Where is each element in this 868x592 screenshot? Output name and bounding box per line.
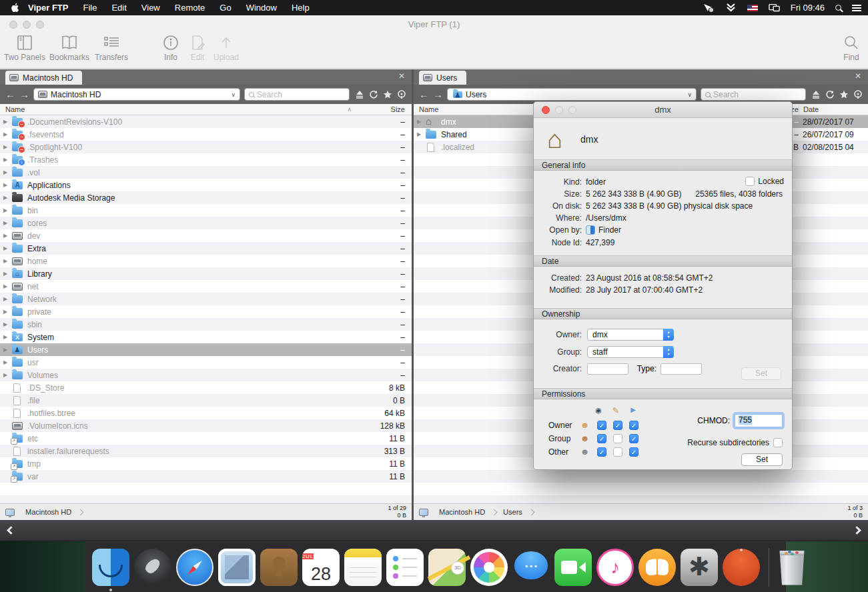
dock-mail-icon[interactable]	[218, 549, 256, 586]
disclosure-triangle-icon[interactable]: ▶	[3, 296, 12, 302]
disclosure-triangle-icon[interactable]: ▶	[3, 207, 12, 213]
disclosure-triangle-icon[interactable]: ▶	[417, 119, 426, 125]
file-row-Library[interactable]: ▶Library–	[0, 267, 412, 280]
apple-menu-icon[interactable]	[11, 3, 20, 13]
dock-messages-icon[interactable]	[512, 549, 550, 586]
menu-go[interactable]: Go	[220, 3, 231, 13]
breadcrumb-item[interactable]: Macintosh HD	[435, 508, 489, 516]
us-flag-icon[interactable]	[747, 5, 758, 11]
perm-checkbox-other-read[interactable]	[597, 447, 606, 457]
disclosure-triangle-icon[interactable]: ▶	[3, 169, 12, 175]
file-row-Autodesk Media Storage[interactable]: ▶Autodesk Media Storage–	[0, 191, 412, 204]
file-row-tmp[interactable]: ▶tmp11 B	[0, 457, 412, 470]
upload-button[interactable]: Upload	[199, 35, 253, 62]
disclosure-triangle-icon[interactable]: ▶	[3, 321, 12, 327]
disclosure-triangle-icon[interactable]: ▶	[3, 233, 12, 239]
type-field[interactable]	[661, 363, 702, 375]
notification-center-icon[interactable]	[852, 5, 861, 11]
disclosure-triangle-icon[interactable]: ▶	[3, 334, 12, 340]
forward-arrow-icon[interactable]: →	[19, 89, 29, 99]
file-row-net[interactable]: ▶net–	[0, 280, 412, 293]
disclosure-triangle-icon[interactable]: ▶	[3, 258, 12, 264]
disclosure-triangle-icon[interactable]: ▶	[3, 220, 12, 226]
refresh-icon[interactable]	[825, 90, 835, 99]
menu-edit[interactable]: Edit	[111, 3, 126, 13]
auto-sync-icon[interactable]	[853, 90, 863, 99]
file-row-.Spotlight-V100[interactable]: ▶.Spotlight-V100–	[0, 141, 412, 153]
upload-queue-icon[interactable]	[811, 90, 821, 99]
file-row-usr[interactable]: ▶usr–	[0, 356, 412, 369]
breadcrumb-item[interactable]: Macintosh HD	[21, 508, 75, 516]
file-row-dev[interactable]: ▶dev–	[0, 229, 412, 242]
permissions-set-button[interactable]: Set	[741, 453, 783, 466]
perm-checkbox-owner-exec[interactable]	[629, 421, 638, 430]
close-tab-icon[interactable]: ✕	[855, 72, 861, 80]
file-row-Network[interactable]: ▶Network–	[0, 293, 412, 305]
disclosure-triangle-icon[interactable]: ▶	[3, 359, 12, 365]
column-size[interactable]: Size	[354, 105, 412, 113]
disclosure-triangle-icon[interactable]: ▶	[3, 245, 12, 251]
dock-reminders-icon[interactable]	[386, 549, 424, 586]
dialog-minimize-button[interactable]	[555, 106, 563, 114]
column-name[interactable]: Name	[0, 105, 347, 113]
disclosure-triangle-icon[interactable]: ▶	[3, 119, 12, 125]
dock-system-preferences-icon[interactable]	[681, 549, 718, 586]
menu-help[interactable]: Help	[292, 3, 310, 13]
pointer-device-icon[interactable]	[703, 3, 715, 13]
dock-contacts-icon[interactable]	[260, 549, 298, 586]
search-input[interactable]	[257, 90, 345, 99]
file-row-Applications[interactable]: ▶Applications–	[0, 179, 412, 191]
disclosure-triangle-icon[interactable]: ▶	[3, 131, 12, 137]
dock-notes-icon[interactable]	[344, 549, 382, 586]
computer-icon[interactable]	[419, 509, 428, 516]
favorites-star-icon[interactable]	[383, 90, 392, 99]
chmod-field[interactable]: 755	[735, 414, 783, 427]
file-row-cores[interactable]: ▶cores–	[0, 217, 412, 229]
ownership-set-button[interactable]: Set	[741, 367, 781, 380]
owner-select[interactable]: dmx▴▾	[587, 329, 674, 341]
file-row-.Trashes[interactable]: ▶.Trashes–	[0, 153, 412, 166]
perm-checkbox-other-write[interactable]	[613, 447, 622, 457]
menu-viper-ftp[interactable]: Viper FTP	[28, 3, 68, 13]
close-tab-icon[interactable]: ✕	[398, 72, 405, 80]
tab-macintosh-hd[interactable]: Macintosh HD	[5, 71, 82, 85]
disclosure-triangle-icon[interactable]: ▶	[3, 195, 12, 201]
dialog-close-button[interactable]	[542, 106, 550, 114]
transfers-button[interactable]: Transfers	[85, 35, 138, 62]
file-row-private[interactable]: ▶private–	[0, 305, 412, 318]
perm-checkbox-owner-write[interactable]	[613, 421, 622, 430]
dock-viper-ftp-icon[interactable]	[723, 549, 760, 586]
menu-remote[interactable]: Remote	[175, 3, 205, 13]
auto-sync-icon[interactable]	[397, 90, 406, 99]
menu-view[interactable]: View	[141, 3, 160, 13]
perm-checkbox-other-exec[interactable]	[629, 447, 638, 457]
file-row-.vol[interactable]: ▶.vol–	[0, 166, 412, 179]
file-row-.DocumentRevisions-V100[interactable]: ▶.DocumentRevisions-V100–	[0, 115, 412, 128]
file-row-var[interactable]: ▶var11 B	[0, 470, 412, 483]
scroll-left-icon[interactable]	[7, 526, 15, 535]
dock-facetime-icon[interactable]	[554, 549, 592, 586]
group-select[interactable]: staff▴▾	[587, 346, 674, 358]
scroll-right-icon[interactable]	[853, 526, 861, 535]
perm-checkbox-group-write[interactable]	[613, 434, 622, 443]
file-row-Extra[interactable]: ▶Extra–	[0, 242, 412, 255]
file-row-.hotfiles.btree[interactable]: ▶.hotfiles.btree64 kB	[0, 407, 412, 419]
dialog-zoom-button[interactable]	[568, 106, 576, 114]
recurse-checkbox[interactable]	[773, 438, 783, 447]
file-row-.file[interactable]: ▶.file0 B	[0, 394, 412, 407]
back-arrow-icon[interactable]: ←	[419, 89, 429, 99]
file-row-.VolumeIcon.icns[interactable]: ▶.VolumeIcon.icns128 kB	[0, 419, 412, 432]
menu-clock[interactable]: Fri 09:46	[791, 3, 825, 13]
file-row-.DS_Store[interactable]: ▶.DS_Store8 kB	[0, 381, 412, 394]
forward-arrow-icon[interactable]: →	[433, 89, 443, 99]
disclosure-triangle-icon[interactable]: ▶	[417, 131, 426, 137]
dock-calendar-icon[interactable]: JUL28	[302, 549, 340, 586]
file-row-Users[interactable]: ▶Users–	[0, 343, 412, 356]
disclosure-triangle-icon[interactable]: ▶	[3, 157, 12, 163]
viper-status-icon[interactable]	[725, 3, 737, 13]
close-button[interactable]	[9, 21, 17, 29]
file-row-bin[interactable]: ▶bin–	[0, 204, 412, 217]
breadcrumb-item[interactable]: Users	[499, 508, 526, 516]
file-row-etc[interactable]: ▶etc11 B	[0, 432, 412, 445]
computer-icon[interactable]	[5, 509, 15, 516]
